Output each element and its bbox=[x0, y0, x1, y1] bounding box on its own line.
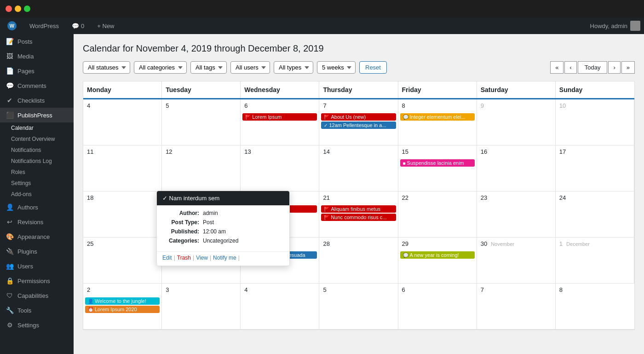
cal-cell-r1-c4[interactable]: 15■Suspendisse lacinia enim bbox=[398, 145, 477, 192]
cal-cell-r4-c6[interactable]: 8 bbox=[556, 284, 634, 330]
minimize-button[interactable] bbox=[15, 6, 21, 12]
event-popup: ✓ Nam interdum sem Author: admin Post Ty… bbox=[156, 191, 290, 266]
cal-cell-r4-c2[interactable]: 4 bbox=[241, 284, 319, 330]
tags-filter[interactable]: All tags bbox=[190, 61, 227, 74]
sidebar-item-users[interactable]: 👥 Users bbox=[0, 259, 74, 273]
cal-cell-r4-c3[interactable]: 5 bbox=[319, 284, 398, 330]
nav-first-button[interactable]: « bbox=[550, 61, 564, 74]
sidebar-item-posts[interactable]: 📝 Posts bbox=[0, 34, 74, 49]
sidebar-sub-addons[interactable]: Add-ons bbox=[0, 189, 74, 200]
sidebar-item-appearance[interactable]: 🎨 Appearance bbox=[0, 229, 74, 244]
calendar-event[interactable]: 🚩Aliquam finibus metus bbox=[321, 205, 396, 213]
cal-cell-r2-c4[interactable]: 22 bbox=[398, 192, 477, 238]
cal-cell-r0-c6[interactable]: 10 bbox=[556, 99, 634, 145]
sidebar-item-comments[interactable]: 💬 Comments bbox=[0, 78, 74, 93]
sidebar-item-checklists[interactable]: ✔ Checklists bbox=[0, 93, 74, 108]
cal-cell-r1-c1[interactable]: 12 bbox=[162, 145, 241, 192]
cal-cell-r0-c1[interactable]: 5 bbox=[162, 99, 241, 145]
cal-cell-r1-c0[interactable]: 11 bbox=[83, 145, 162, 192]
cal-cell-r2-c6[interactable]: 24 bbox=[556, 192, 634, 238]
users-filter[interactable]: All users bbox=[230, 61, 270, 74]
cal-cell-r3-c0[interactable]: 25 bbox=[83, 238, 162, 284]
popup-trash-link[interactable]: Trash bbox=[177, 255, 191, 261]
sidebar-item-settings2[interactable]: ⚙ Settings bbox=[0, 318, 74, 332]
cal-cell-r3-c5[interactable]: 30November bbox=[477, 238, 556, 284]
popup-edit-link[interactable]: Edit bbox=[162, 255, 172, 261]
cal-cell-r4-c0[interactable]: 2👤Welcome to the jungle!⏰Lorem Ipsum 202… bbox=[83, 284, 162, 330]
comments-button[interactable]: 💬 0 bbox=[68, 17, 88, 34]
close-button[interactable] bbox=[6, 6, 12, 12]
nav-today-button[interactable]: Today bbox=[578, 61, 608, 74]
nav-next-button[interactable]: › bbox=[608, 61, 620, 74]
sidebar-item-capabilities[interactable]: 🛡 Capabilities bbox=[0, 288, 74, 303]
nav-last-button[interactable]: » bbox=[621, 61, 635, 74]
cal-cell-r2-c0[interactable]: 18 bbox=[83, 192, 162, 238]
cal-cell-r1-c3[interactable]: 14 bbox=[319, 145, 398, 192]
nav-prev-button[interactable]: ‹ bbox=[564, 61, 576, 74]
popup-notify-link[interactable]: Notify me bbox=[213, 255, 236, 261]
calendar-event[interactable]: 🚩Nunc commodo risus c... bbox=[321, 214, 396, 221]
cal-cell-r1-c5[interactable]: 16 bbox=[477, 145, 556, 192]
sidebar-sub-notifications-log[interactable]: Notifications Log bbox=[0, 156, 74, 167]
cal-cell-r4-c5[interactable]: 7 bbox=[477, 284, 556, 330]
cal-cell-r0-c2[interactable]: 6🚩Lorem Ipsum bbox=[241, 99, 319, 145]
cal-cell-r0-c4[interactable]: 8💬Integer elementum elei... bbox=[398, 99, 477, 145]
statuses-filter[interactable]: All statuses bbox=[83, 61, 130, 74]
sidebar-sub-calendar[interactable]: Calendar bbox=[0, 122, 74, 133]
weeks-filter[interactable]: 5 weeks bbox=[317, 61, 356, 74]
sidebar-sub-notifications[interactable]: Notifications bbox=[0, 145, 74, 156]
cal-cell-r1-c2[interactable]: 13 bbox=[241, 145, 319, 192]
calendar-event[interactable]: 🚩About Us (new) bbox=[321, 113, 396, 121]
sidebar-item-permissions[interactable]: 🔒 Permissions bbox=[0, 273, 74, 288]
cal-cell-r0-c0[interactable]: 4 bbox=[83, 99, 162, 145]
cal-cell-r3-c6[interactable]: 1December bbox=[556, 238, 634, 284]
cal-cell-r0-c5[interactable]: 9 bbox=[477, 99, 556, 145]
site-name-label: WordPress bbox=[29, 23, 59, 29]
calendar-event[interactable]: ■Suspendisse lacinia enim bbox=[400, 159, 475, 167]
sidebar-item-pages[interactable]: 📄 Pages bbox=[0, 64, 74, 78]
maximize-button[interactable] bbox=[24, 6, 30, 12]
sidebar-item-tools[interactable]: 🔧 Tools bbox=[0, 303, 74, 318]
categories-filter[interactable]: All categories bbox=[134, 61, 187, 74]
wp-logo-button[interactable]: W bbox=[4, 17, 20, 34]
calendar-event[interactable]: ✓12am Pellentesque in a... bbox=[321, 122, 396, 129]
day-number: 21 bbox=[321, 193, 331, 202]
sidebar-item-publishpress[interactable]: ⬛ PublishPress bbox=[0, 108, 74, 122]
sidebar-item-media[interactable]: 🖼 Media bbox=[0, 49, 74, 64]
popup-view-link[interactable]: View bbox=[196, 255, 208, 261]
cal-cell-r0-c3[interactable]: 7🚩About Us (new)✓12am Pellentesque in a.… bbox=[319, 99, 398, 145]
sidebar-item-revisions[interactable]: ↩ Revisions bbox=[0, 215, 74, 229]
reset-button[interactable]: Reset bbox=[359, 61, 387, 74]
sidebar-item-plugins[interactable]: 🔌 Plugins bbox=[0, 244, 74, 259]
sidebar-notifications-log-label: Notifications Log bbox=[11, 158, 52, 164]
types-filter[interactable]: All types bbox=[274, 61, 313, 74]
sidebar-sub-content-overview[interactable]: Content Overview bbox=[0, 133, 74, 145]
sidebar-sub-roles[interactable]: Roles bbox=[0, 167, 74, 178]
cal-cell-r4-c4[interactable]: 6 bbox=[398, 284, 477, 330]
cal-cell-r1-c6[interactable]: 17 bbox=[556, 145, 634, 192]
popup-posttype-value: Post bbox=[203, 219, 214, 226]
day-number: 23 bbox=[479, 193, 489, 202]
calendar-event[interactable]: ⏰Lorem Ipsum 2020 bbox=[85, 306, 160, 313]
day-number: 25 bbox=[85, 239, 95, 248]
layout: 📝 Posts 🖼 Media 📄 Pages 💬 Comments ✔ Che… bbox=[0, 34, 644, 354]
event-title: About Us (new) bbox=[331, 114, 366, 120]
calendar-event[interactable]: 💬A new year is coming! bbox=[400, 251, 475, 259]
sidebar-calendar-label: Calendar bbox=[11, 125, 34, 131]
site-name-button[interactable]: WordPress bbox=[26, 17, 63, 34]
new-content-button[interactable]: + New bbox=[93, 17, 118, 34]
cal-cell-r3-c3[interactable]: 28 bbox=[319, 238, 398, 284]
calendar-event[interactable]: 💬Integer elementum elei... bbox=[400, 113, 475, 121]
calendar-event[interactable]: 🚩Lorem Ipsum bbox=[242, 113, 317, 121]
cal-cell-r4-c1[interactable]: 3 bbox=[162, 284, 241, 330]
day-number: 5 bbox=[321, 285, 328, 294]
sidebar-sub-settings[interactable]: Settings bbox=[0, 178, 74, 189]
checklists-icon: ✔ bbox=[6, 97, 14, 104]
cal-cell-r2-c5[interactable]: 23 bbox=[477, 192, 556, 238]
cal-cell-r3-c4[interactable]: 29💬A new year is coming! bbox=[398, 238, 477, 284]
sidebar-notifications-label: Notifications bbox=[11, 147, 41, 153]
sidebar-item-authors[interactable]: 👤 Authors bbox=[0, 200, 74, 215]
cal-cell-r2-c3[interactable]: 21🚩Aliquam finibus metus🚩Nunc commodo ri… bbox=[319, 192, 398, 238]
avatar[interactable] bbox=[630, 21, 640, 31]
calendar-event[interactable]: 👤Welcome to the jungle! bbox=[85, 297, 160, 305]
